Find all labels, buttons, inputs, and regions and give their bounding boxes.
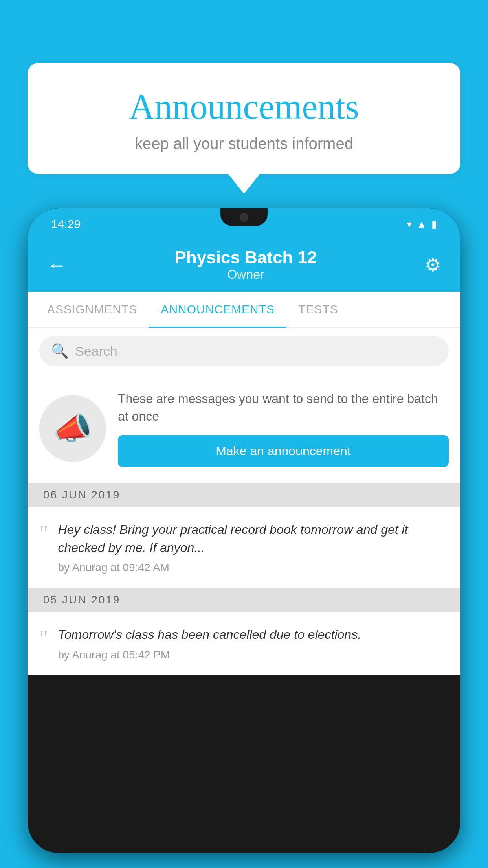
batch-role: Owner bbox=[175, 267, 317, 282]
tab-announcements[interactable]: ANNOUNCEMENTS bbox=[149, 292, 286, 327]
quote-icon-1: " bbox=[39, 522, 48, 544]
quote-icon-2: " bbox=[39, 627, 48, 649]
search-bar-wrapper: 🔍 Search bbox=[28, 328, 460, 374]
announcement-text-2: Tomorrow's class has been cancelled due … bbox=[58, 625, 361, 644]
promo-right: These are messages you want to send to t… bbox=[118, 390, 449, 467]
camera-dot bbox=[240, 213, 248, 222]
promo-card: 📣 These are messages you want to send to… bbox=[28, 374, 460, 483]
date-separator-1: 06 JUN 2019 bbox=[28, 483, 460, 507]
tabs-bar: ASSIGNMENTS ANNOUNCEMENTS TESTS bbox=[28, 292, 460, 328]
date-separator-2: 05 JUN 2019 bbox=[28, 588, 460, 612]
date-label-1: 06 JUN 2019 bbox=[43, 489, 120, 501]
promo-description: These are messages you want to send to t… bbox=[118, 390, 449, 425]
megaphone-icon: 📣 bbox=[53, 410, 92, 447]
phone-wrapper: 14:29 ▾ ▲ ▮ ← Physics Batch 12 Owner ⚙ A… bbox=[28, 208, 460, 868]
phone-frame: 14:29 ▾ ▲ ▮ ← Physics Batch 12 Owner ⚙ A… bbox=[28, 208, 460, 853]
batch-title: Physics Batch 12 bbox=[175, 248, 317, 267]
tab-assignments[interactable]: ASSIGNMENTS bbox=[35, 292, 149, 327]
date-label-2: 05 JUN 2019 bbox=[43, 594, 120, 606]
status-icons: ▾ ▲ ▮ bbox=[407, 218, 437, 230]
signal-icon: ▲ bbox=[416, 218, 427, 230]
search-input[interactable]: Search bbox=[75, 344, 117, 359]
tab-tests[interactable]: TESTS bbox=[286, 292, 350, 327]
announcement-content-1: Hey class! Bring your practical record b… bbox=[58, 520, 449, 574]
app-header: ← Physics Batch 12 Owner ⚙ bbox=[28, 240, 460, 292]
search-bar[interactable]: 🔍 Search bbox=[39, 336, 449, 366]
hero-section: Announcements keep all your students inf… bbox=[28, 63, 460, 194]
announcement-content-2: Tomorrow's class has been cancelled due … bbox=[58, 625, 361, 661]
wifi-icon: ▾ bbox=[407, 218, 412, 230]
speech-bubble-pointer bbox=[228, 174, 260, 194]
speech-bubble-card: Announcements keep all your students inf… bbox=[28, 63, 460, 174]
announcement-text-1: Hey class! Bring your practical record b… bbox=[58, 520, 449, 557]
gear-icon[interactable]: ⚙ bbox=[425, 254, 441, 276]
status-bar: 14:29 ▾ ▲ ▮ bbox=[28, 208, 460, 240]
announcement-item-2[interactable]: " Tomorrow's class has been cancelled du… bbox=[28, 612, 460, 675]
status-time: 14:29 bbox=[51, 217, 81, 231]
notch-cutout bbox=[220, 208, 268, 226]
battery-icon: ▮ bbox=[431, 218, 437, 230]
announcement-meta-2: by Anurag at 05:42 PM bbox=[58, 649, 361, 661]
megaphone-circle: 📣 bbox=[39, 395, 106, 462]
announcement-item-1[interactable]: " Hey class! Bring your practical record… bbox=[28, 507, 460, 588]
back-button[interactable]: ← bbox=[47, 254, 67, 276]
make-announcement-button[interactable]: Make an announcement bbox=[118, 435, 449, 467]
search-icon: 🔍 bbox=[51, 343, 69, 359]
hero-title: Announcements bbox=[51, 86, 437, 127]
header-center: Physics Batch 12 Owner bbox=[175, 248, 317, 282]
announcement-meta-1: by Anurag at 09:42 AM bbox=[58, 561, 449, 574]
phone-content: 🔍 Search 📣 These are messages you want t… bbox=[28, 328, 460, 675]
hero-subtitle: keep all your students informed bbox=[51, 135, 437, 153]
